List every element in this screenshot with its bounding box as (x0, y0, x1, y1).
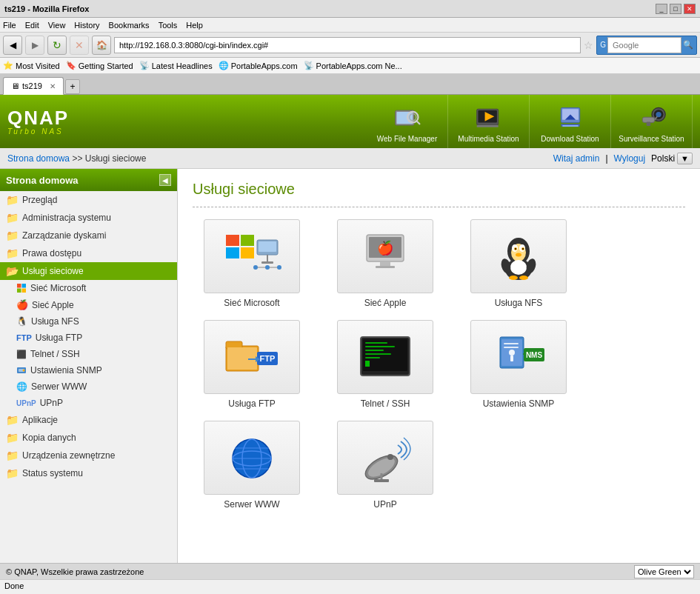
menu-file[interactable]: File (3, 21, 16, 30)
bookmark-most-visited[interactable]: ⭐ Most Visited (3, 61, 60, 70)
snmp-icon-box[interactable]: NMS (470, 320, 567, 394)
service-snmp[interactable]: NMS Ustawienia SNMP (459, 320, 578, 409)
forward-button[interactable]: ▶ (25, 36, 44, 55)
bookmark-portableapps[interactable]: 🌐 PortableApps.com (219, 61, 298, 70)
sidebar-collapse-button[interactable]: ◀ (159, 174, 171, 186)
new-tab-button[interactable]: + (65, 79, 80, 94)
tab-favicon: 🖥 (11, 81, 19, 90)
sidebar-item-przeglad[interactable]: 📁 Przegląd (0, 191, 177, 209)
sidebar-item-upnp[interactable]: UPnP UPnP (0, 395, 177, 411)
siec-microsoft-icon-box[interactable] (204, 219, 300, 293)
menu-history[interactable]: History (74, 21, 99, 30)
bookmark-headlines[interactable]: 📡 Latest Headlines (139, 61, 213, 70)
sidebar-item-www[interactable]: 🌐 Serwer WWW (0, 378, 177, 395)
status-right: Olive Green (634, 565, 694, 578)
search-input[interactable] (607, 37, 681, 53)
refresh-button[interactable]: ↻ (47, 36, 67, 55)
home-button[interactable]: 🏠 (92, 36, 111, 55)
svg-point-36 (253, 265, 258, 270)
sidebar-item-nfs[interactable]: 🐧 Usługa NFS (0, 313, 177, 330)
logout-link[interactable]: Wyloguj (614, 153, 646, 164)
www-icon-box[interactable] (204, 421, 300, 495)
address-bar[interactable] (114, 37, 581, 53)
service-www[interactable]: Serwer WWW (193, 421, 311, 510)
svg-point-38 (277, 265, 281, 270)
prawa-icon: 📁 (6, 247, 19, 259)
search-button[interactable]: 🔍 (683, 40, 693, 50)
svg-point-55 (510, 260, 527, 275)
nav-download-station[interactable]: Download Station (530, 95, 611, 148)
svg-point-26 (23, 370, 25, 372)
svg-point-92 (387, 454, 393, 460)
telnet-label: Telnet / SSH (30, 349, 80, 359)
service-siec-microsoft[interactable]: Sieć Microsoft (193, 219, 311, 308)
sidebar-item-urzadzenia[interactable]: 📁 Urządzenia zewnętrzne (0, 447, 177, 464)
sidebar-item-kopia[interactable]: 📁 Kopia danych (0, 429, 177, 447)
siec-apple-icon-box[interactable]: 🍎 (337, 219, 433, 293)
sidebar-item-prawa[interactable]: 📁 Prawa dostępu (0, 244, 177, 262)
upnp-icon-box[interactable] (337, 421, 433, 495)
menu-view[interactable]: View (48, 21, 66, 30)
service-nfs[interactable]: Usługa NFS (459, 219, 578, 308)
tab-ts219[interactable]: 🖥 ts219 ✕ (3, 77, 64, 95)
tab-close-icon[interactable]: ✕ (50, 82, 56, 90)
stop-button[interactable]: ✕ (70, 36, 89, 55)
close-button[interactable]: ✕ (684, 4, 696, 14)
browser-status-text: Done (4, 581, 24, 590)
uslugi-folder-icon: 📂 (6, 265, 19, 277)
sidebar-item-uslugi[interactable]: 📂 Usługi sieciowe (0, 262, 177, 280)
svg-rect-23 (22, 289, 27, 293)
sidebar-item-dyski[interactable]: 📁 Zarządzanie dyskami (0, 227, 177, 244)
portableapps-icon: 🌐 (219, 61, 229, 70)
ftp-icon-box[interactable]: FTP (204, 320, 300, 394)
bookmark-portableapps-ne[interactable]: 📡 PortableApps.com Ne... (304, 61, 402, 70)
search-bar[interactable]: G 🔍 (596, 36, 697, 55)
sidebar-item-aplikacje[interactable]: 📁 Aplikacje (0, 411, 177, 429)
sidebar-item-siec-microsoft[interactable]: Sieć Microsoft (0, 280, 177, 296)
linux-icon: 🐧 (16, 316, 27, 327)
sidebar-item-snmp[interactable]: Ustawienia SNMP (0, 362, 177, 378)
svg-rect-20 (17, 284, 21, 288)
sidebar-item-siec-apple[interactable]: 🍎 Sieć Apple (0, 296, 177, 313)
back-button[interactable]: ◀ (3, 36, 22, 55)
siec-apple-label: Sieć Apple (32, 300, 74, 310)
service-siec-apple[interactable]: 🍎 Sieć Apple (326, 219, 444, 308)
ftp-icon: FTP (16, 333, 32, 342)
service-ftp[interactable]: FTP Usługa FTP (193, 320, 311, 409)
siec-microsoft-label: Sieć Microsoft (30, 283, 86, 293)
nfs-icon-box[interactable] (470, 219, 567, 293)
bookmark-getting-started[interactable]: 🔖 Getting Started (66, 61, 133, 70)
sidebar-item-status[interactable]: 📁 Status systemu (0, 464, 177, 482)
nav-web-file-manager[interactable]: Web File Manager (367, 95, 448, 148)
ssh-icon-box[interactable] (337, 320, 433, 394)
menu-edit[interactable]: Edit (25, 21, 39, 30)
restore-button[interactable]: □ (670, 4, 681, 14)
svg-point-79 (509, 350, 515, 356)
service-upnp[interactable]: UPnP (326, 421, 444, 510)
minimize-button[interactable]: _ (656, 4, 667, 14)
star-icon[interactable]: ☆ (584, 39, 593, 51)
sidebar-item-admin[interactable]: 📁 Administracja systemu (0, 209, 177, 227)
nav-multimedia-station[interactable]: Multimedia Station (448, 95, 530, 148)
language-selector[interactable]: Polski ▼ (651, 153, 693, 164)
sidebar-item-ftp[interactable]: FTP Usługa FTP (0, 330, 177, 346)
svg-rect-19 (646, 122, 650, 126)
sidebar-item-telnet[interactable]: ⬛ Telnet / SSH (0, 346, 177, 362)
breadcrumb-right: Witaj admin | Wyloguj Polski ▼ (553, 153, 693, 164)
menu-help[interactable]: Help (186, 21, 203, 30)
service-ssh[interactable]: Telnet / SSH (326, 320, 444, 409)
window-controls[interactable]: _ □ ✕ (656, 4, 696, 14)
ftp-service-label: Usługa FTP (228, 398, 275, 409)
tabs-bar: 🖥 ts219 ✕ + (0, 74, 700, 95)
nav-surveillance-station[interactable]: Surveillance Station (611, 95, 693, 148)
menu-bookmarks[interactable]: Bookmarks (109, 21, 150, 30)
ssh-svg (352, 330, 419, 385)
svg-text:NMS: NMS (526, 351, 543, 359)
bookmarks-bar: ⭐ Most Visited 🔖 Getting Started 📡 Lates… (0, 58, 700, 74)
theme-select[interactable]: Olive Green (634, 565, 694, 578)
language-button[interactable]: ▼ (677, 153, 693, 164)
breadcrumb-home-link[interactable]: Strona domowa (7, 153, 70, 164)
menu-tools[interactable]: Tools (159, 21, 178, 30)
svg-rect-42 (376, 266, 395, 268)
dyski-icon: 📁 (6, 230, 19, 241)
